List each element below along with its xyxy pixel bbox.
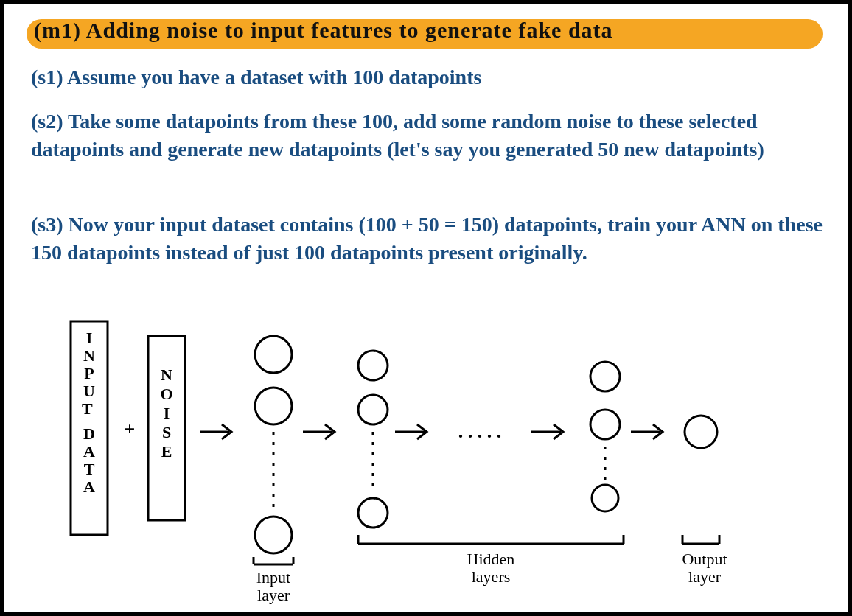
ann-svg: INPUT DATA + NOISE xyxy=(63,314,800,594)
hidden-layers-bracket xyxy=(358,535,624,544)
input-layer-label: Inputlayer xyxy=(256,568,290,604)
step-1: (s1) Assume you have a dataset with 100 … xyxy=(31,63,812,91)
input-data-label: INPUT DATA xyxy=(82,329,97,496)
svg-point-2 xyxy=(255,388,292,424)
hidden-layer-1 xyxy=(358,351,388,528)
svg-point-17 xyxy=(592,485,618,511)
svg-point-10 xyxy=(358,395,388,424)
hidden-layers-label: Hiddenlayers xyxy=(467,550,515,586)
input-layer-bracket xyxy=(254,557,293,564)
step-2: (s2) Take some datapoints from these 100… xyxy=(31,108,827,164)
svg-point-1 xyxy=(255,336,292,373)
output-layer-label: Outputlayer xyxy=(682,550,727,586)
svg-point-16 xyxy=(590,410,620,439)
output-layer xyxy=(685,416,717,448)
arrow-4 xyxy=(531,424,563,439)
page: (m1) Adding noise to input features to g… xyxy=(0,0,852,616)
ann-diagram: INPUT DATA + NOISE xyxy=(63,314,800,594)
svg-point-15 xyxy=(590,362,620,391)
hidden-layer-n xyxy=(590,362,620,511)
svg-point-3 xyxy=(255,517,292,553)
plus-sign: + xyxy=(125,419,136,440)
svg-point-11 xyxy=(358,498,388,528)
svg-point-23 xyxy=(685,416,717,448)
output-layer-bracket xyxy=(682,535,719,544)
arrow-2 xyxy=(303,424,335,439)
arrow-5 xyxy=(631,424,663,439)
arrow-3 xyxy=(395,424,427,439)
input-layer xyxy=(255,336,292,553)
layers-ellipsis: . . . . . xyxy=(458,421,502,442)
noise-label: NOISE xyxy=(160,365,172,461)
step-3: (s3) Now your input dataset contains (10… xyxy=(31,211,827,267)
arrow-1 xyxy=(200,424,231,439)
svg-point-9 xyxy=(358,351,388,380)
title: (m1) Adding noise to input features to g… xyxy=(34,18,613,43)
